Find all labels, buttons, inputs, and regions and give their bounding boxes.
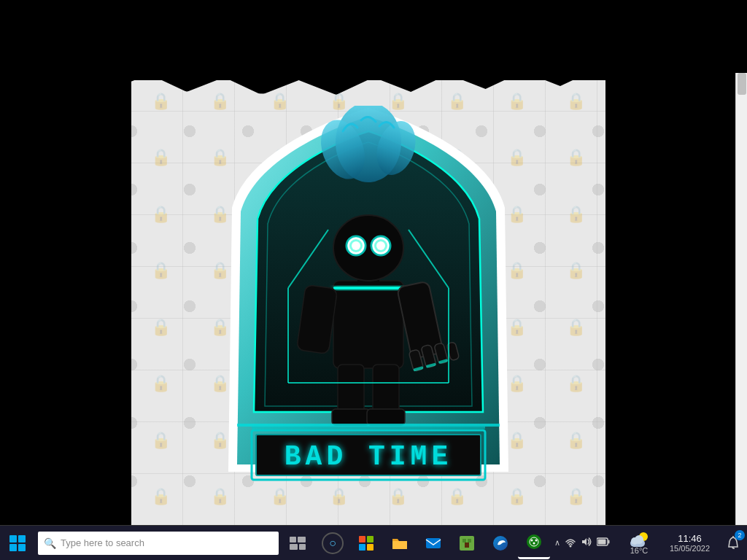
lock-icon: 🔒 (131, 186, 190, 243)
svg-rect-38 (252, 427, 485, 429)
svg-rect-45 (359, 544, 365, 551)
scrollbar[interactable] (735, 73, 747, 531)
clock-widget[interactable]: 11:46 15/05/2022 (664, 533, 716, 553)
tray-expand-icon[interactable]: ∧ (554, 538, 560, 548)
svg-point-56 (531, 540, 533, 542)
scrollbar-thumb[interactable] (738, 73, 746, 95)
svg-rect-62 (598, 540, 606, 545)
lock-icon: 🔒 (131, 356, 190, 413)
main-area: 🔒🔒🔒🔒🔒🔒🔒🔒🔒🔒🔒🔒🔒🔒🔒🔒🔒🔒🔒🔒🔒🔒🔒🔒🔒🔒🔒🔒🔒🔒🔒🔒🔒🔒🔒🔒🔒🔒🔒🔒… (0, 0, 747, 531)
ms-store-icon (357, 534, 375, 552)
clock-date: 15/05/2022 (670, 544, 710, 553)
cortana-icon: ○ (322, 532, 344, 554)
lock-icon: 🔒 (131, 469, 190, 526)
search-placeholder-text: Type here to search (61, 537, 273, 548)
svg-rect-44 (367, 536, 374, 542)
svg-rect-46 (367, 544, 374, 551)
win-quad-1 (9, 535, 17, 542)
lock-icon: 🔒 (546, 186, 605, 243)
lock-icon: 🔒 (546, 130, 605, 187)
svg-rect-50 (462, 539, 466, 542)
mail-button[interactable] (417, 527, 449, 559)
file-explorer-button[interactable] (384, 527, 416, 559)
lock-icon: 🔒 (546, 469, 605, 526)
search-icon: 🔍 (44, 537, 56, 549)
tray-icons-group[interactable]: ∧ (550, 536, 614, 550)
svg-point-57 (535, 540, 538, 542)
svg-rect-51 (468, 539, 471, 542)
svg-point-58 (533, 542, 535, 545)
minecraft-button[interactable] (451, 527, 483, 559)
weather-temp: 16°C (630, 547, 649, 555)
sticker-illustration: BAD TIME (215, 106, 522, 492)
svg-rect-39 (290, 537, 296, 542)
svg-rect-5 (333, 287, 403, 289)
svg-point-54 (527, 534, 541, 549)
svg-text:BAD TIME: BAD TIME (285, 441, 452, 472)
svg-point-7 (333, 215, 403, 281)
svg-rect-47 (392, 541, 407, 549)
svg-rect-26 (332, 409, 370, 425)
svg-rect-28 (367, 409, 405, 425)
taskbar-apps: ○ (317, 527, 550, 559)
volume-icon[interactable] (581, 536, 592, 550)
folder-icon (391, 534, 409, 552)
minecraft-icon (458, 534, 476, 552)
lock-icon: 🔒 (546, 412, 605, 469)
cortana-button[interactable]: ○ (317, 527, 349, 559)
svg-rect-61 (608, 540, 610, 544)
svg-point-12 (352, 241, 360, 250)
speaker-icon (581, 536, 592, 548)
svg-rect-52 (465, 542, 469, 548)
system-tray: ∧ (550, 526, 747, 561)
win-quad-4 (18, 544, 26, 551)
sticker-container: 🔒🔒🔒🔒🔒🔒🔒🔒🔒🔒🔒🔒🔒🔒🔒🔒🔒🔒🔒🔒🔒🔒🔒🔒🔒🔒🔒🔒🔒🔒🔒🔒🔒🔒🔒🔒🔒🔒🔒🔒… (131, 73, 605, 525)
edge-button[interactable] (484, 527, 516, 559)
svg-rect-43 (359, 536, 365, 542)
wifi-icon (565, 536, 576, 548)
svg-rect-42 (299, 544, 306, 550)
lock-icon: 🔒 (131, 130, 190, 187)
weather-cloud-sun-icon (629, 531, 649, 547)
battery-icon[interactable] (597, 537, 610, 548)
weather-widget[interactable]: 16°C (617, 527, 661, 559)
mail-icon (425, 534, 442, 552)
svg-rect-48 (426, 538, 441, 548)
xbox-icon (525, 533, 543, 551)
task-view-icon (290, 537, 306, 550)
clock-time: 11:46 (678, 533, 702, 544)
windows-logo-icon (9, 535, 26, 551)
svg-rect-3 (333, 281, 403, 368)
svg-rect-40 (298, 537, 306, 542)
svg-rect-34 (237, 424, 500, 427)
start-button[interactable] (0, 526, 35, 561)
svg-point-66 (635, 535, 643, 544)
svg-point-13 (376, 241, 385, 250)
lock-icon: 🔒 (131, 299, 190, 356)
cortana-symbol: ○ (329, 537, 336, 550)
svg-rect-41 (290, 544, 298, 550)
lock-icon: 🔒 (546, 299, 605, 356)
svg-point-59 (570, 545, 572, 548)
ms-store-button[interactable] (350, 527, 382, 559)
win-quad-3 (9, 544, 17, 551)
task-view-button[interactable] (282, 526, 314, 561)
win-quad-2 (18, 535, 26, 542)
notification-button[interactable]: 2 (719, 526, 747, 561)
lock-icon: 🔒 (131, 243, 190, 300)
lock-icon: 🔒 (546, 356, 605, 413)
notification-count-badge: 2 (735, 530, 745, 540)
battery-indicator (597, 537, 610, 546)
top-overlay (0, 0, 747, 80)
search-bar[interactable]: 🔍 Type here to search (38, 532, 279, 555)
network-icon[interactable] (565, 536, 576, 550)
lock-icon: 🔒 (131, 412, 190, 469)
edge-icon (492, 534, 509, 552)
xbox-button[interactable] (518, 527, 550, 559)
taskbar: 🔍 Type here to search ○ (0, 525, 747, 560)
lock-icon: 🔒 (546, 243, 605, 300)
